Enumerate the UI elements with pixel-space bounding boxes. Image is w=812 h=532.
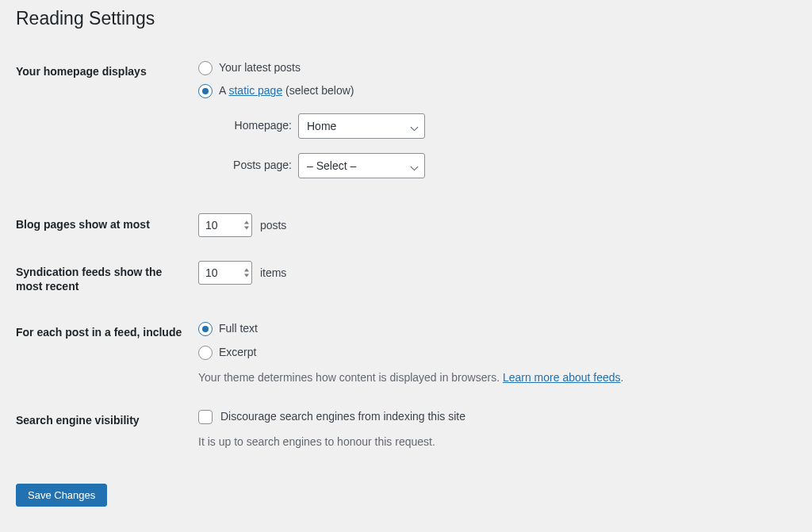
label-blog-pages: Blog pages show at most <box>16 201 190 249</box>
homepage-select-label: Homepage: <box>220 118 292 134</box>
learn-more-feeds-link[interactable]: Learn more about feeds <box>503 371 621 384</box>
static-page-link[interactable]: static page <box>228 84 282 97</box>
search-visibility-note: It is up to search engines to honour thi… <box>198 434 788 450</box>
save-changes-button[interactable]: Save Changes <box>16 484 107 507</box>
radio-full-text[interactable] <box>198 322 213 336</box>
label-syndication: Syndication feeds show the most recent <box>16 249 190 309</box>
posts-page-select-label: Posts page: <box>220 158 292 174</box>
radio-excerpt-label: Excerpt <box>219 345 256 361</box>
label-search-visibility: Search engine visibility <box>16 397 190 461</box>
page-title: Reading Settings <box>16 0 796 48</box>
syndication-input[interactable] <box>198 261 252 285</box>
radio-static-page[interactable] <box>198 84 213 98</box>
posts-page-select[interactable]: – Select – <box>298 153 425 178</box>
blog-pages-input[interactable] <box>198 213 252 237</box>
settings-form-table: Your homepage displays Your latest posts… <box>16 48 796 462</box>
homepage-select[interactable]: Home <box>298 113 425 139</box>
radio-latest-posts-label: Your latest posts <box>219 60 301 76</box>
radio-excerpt[interactable] <box>198 346 213 360</box>
label-homepage-displays: Your homepage displays <box>16 48 190 201</box>
search-visibility-checkbox[interactable] <box>198 410 213 424</box>
label-feed-content: For each post in a feed, include <box>16 309 190 397</box>
radio-full-text-label: Full text <box>219 321 258 337</box>
radio-static-page-label: A static page (select below) <box>219 83 354 99</box>
search-visibility-checkbox-label: Discourage search engines from indexing … <box>220 409 465 425</box>
syndication-unit: items <box>260 266 286 279</box>
blog-pages-unit: posts <box>260 219 286 232</box>
radio-latest-posts[interactable] <box>198 61 213 75</box>
feed-description: Your theme determines how content is dis… <box>198 370 788 386</box>
